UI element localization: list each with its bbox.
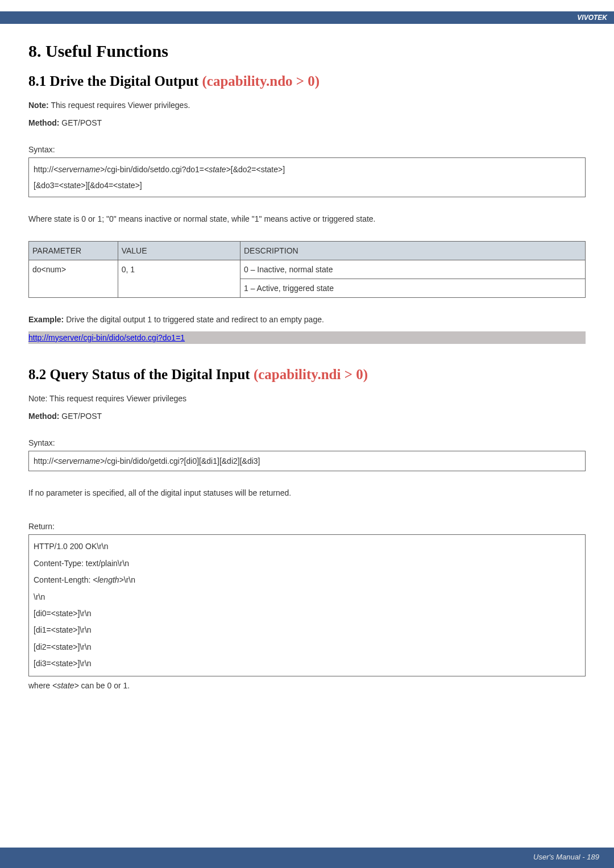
section-8-2-title-cap: (capability.ndi > 0) (254, 367, 368, 382)
ret-l3: Content-Length: <length>\r\n (34, 572, 580, 588)
s81-example-link-box: http://myserver/cgi-bin/dido/setdo.cgi?d… (28, 331, 586, 344)
section-8-1-title-cap: (capability.ndo > 0) (202, 73, 320, 89)
s82-where-b: <state> (52, 681, 79, 690)
ret-l6: [di1=<state>]\r\n (34, 622, 580, 638)
td-value: 0, 1 (118, 260, 240, 298)
s81-syntax-line2: [&do3=<state>][&do4=<state>] (34, 177, 580, 193)
td-desc1: 0 – Inactive, normal state (240, 260, 586, 279)
s82-where: where <state> can be 0 or 1. (28, 680, 586, 692)
ret-l5: [di0=<state>]\r\n (34, 605, 580, 622)
s82-return-box: HTTP/1.0 200 OK\r\n Content-Type: text/p… (28, 534, 586, 676)
s81-syntax-box: http://<servername>/cgi-bin/dido/setdo.c… (28, 157, 586, 197)
page-footer: User's Manual - 189 (0, 848, 614, 868)
s81-method: Method: GET/POST (28, 117, 586, 129)
s81-example-label: Example: (28, 315, 64, 324)
s81-note-text: This request requires Viewer privileges. (49, 101, 190, 110)
ret-l3c: \r\n (124, 575, 135, 584)
s82-return-label: Return: (28, 522, 586, 531)
s81-syntax-l1e: [&do2=<state>] (231, 165, 285, 174)
s82-syntax-c: /cgi-bin/dido/getdi.cgi?[di0][&di1][&di2… (105, 456, 260, 466)
page-header: VIVOTEK (0, 0, 614, 24)
ret-l7: [di2=<state>]\r\n (34, 639, 580, 655)
s82-where-c: can be 0 or 1. (79, 681, 130, 690)
s82-syntax-box: http://<servername>/cgi-bin/dido/getdi.c… (28, 451, 586, 471)
s81-note: Note: This request requires Viewer privi… (28, 99, 586, 111)
s82-where-a: where (28, 681, 52, 690)
s82-syntax-label: Syntax: (28, 438, 586, 447)
th-value: VALUE (118, 242, 240, 260)
ret-l4: \r\n (34, 589, 580, 605)
section-8-title: 8. Useful Functions (28, 41, 586, 61)
s81-syntax-label: Syntax: (28, 145, 586, 154)
ret-l3b: <length> (93, 575, 124, 584)
ret-l1: HTTP/1.0 200 OK\r\n (34, 538, 580, 555)
td-param: do<num> (29, 260, 118, 298)
s82-method-text: GET/POST (59, 412, 102, 421)
s81-syntax-l1d: <state> (204, 165, 231, 174)
s82-if-text: If no parameter is specified, all of the… (28, 487, 586, 499)
section-8-1-title: 8.1 Drive the Digital Output (capability… (28, 73, 586, 89)
s81-syntax-l1b: <servername> (53, 165, 105, 174)
example-url-link[interactable]: http://myserver/cgi-bin/dido/setdo.cgi?d… (28, 333, 185, 342)
section-8-2-title: 8.2 Query Status of the Digital Input (c… (28, 367, 586, 383)
s81-param-table: PARAMETER VALUE DESCRIPTION do<num> 0, 1… (28, 241, 586, 298)
section-8-1-title-prefix: 8.1 Drive the Digital Output (28, 73, 202, 89)
s81-where: Where state is 0 or 1; "0" means inactiv… (28, 213, 586, 225)
page-content: 8. Useful Functions 8.1 Drive the Digita… (0, 24, 614, 692)
footer-text: User's Manual - 189 (533, 853, 599, 861)
s81-note-label: Note: (28, 101, 49, 110)
brand-label: VIVOTEK (577, 14, 607, 22)
s81-example: Example: Drive the digital output 1 to t… (28, 314, 586, 326)
s82-syntax-a: http:// (34, 456, 53, 466)
table-header-row: PARAMETER VALUE DESCRIPTION (29, 242, 586, 260)
td-desc2: 1 – Active, triggered state (240, 279, 586, 298)
th-parameter: PARAMETER (29, 242, 118, 260)
section-8-2-title-prefix: 8.2 Query Status of the Digital Input (28, 367, 254, 382)
s82-syntax-b: <servername> (53, 456, 105, 466)
ret-l8: [di3=<state>]\r\n (34, 655, 580, 672)
s81-syntax-line1: http://<servername>/cgi-bin/dido/setdo.c… (34, 161, 580, 177)
s82-method-label: Method: (28, 412, 59, 421)
th-description: DESCRIPTION (240, 242, 586, 260)
s81-syntax-l1a: http:// (34, 165, 53, 174)
ret-l3a: Content-Length: (34, 575, 93, 584)
s81-syntax-l1c: /cgi-bin/dido/setdo.cgi?do1= (105, 165, 204, 174)
s81-method-text: GET/POST (59, 118, 102, 127)
table-row: do<num> 0, 1 0 – Inactive, normal state (29, 260, 586, 279)
ret-l2: Content-Type: text/plain\r\n (34, 555, 580, 572)
s81-method-label: Method: (28, 118, 59, 127)
s82-method: Method: GET/POST (28, 410, 586, 422)
s82-note: Note: This request requires Viewer privi… (28, 393, 586, 405)
s81-example-text: Drive the digital output 1 to triggered … (64, 315, 324, 324)
header-bar: VIVOTEK (0, 11, 614, 24)
